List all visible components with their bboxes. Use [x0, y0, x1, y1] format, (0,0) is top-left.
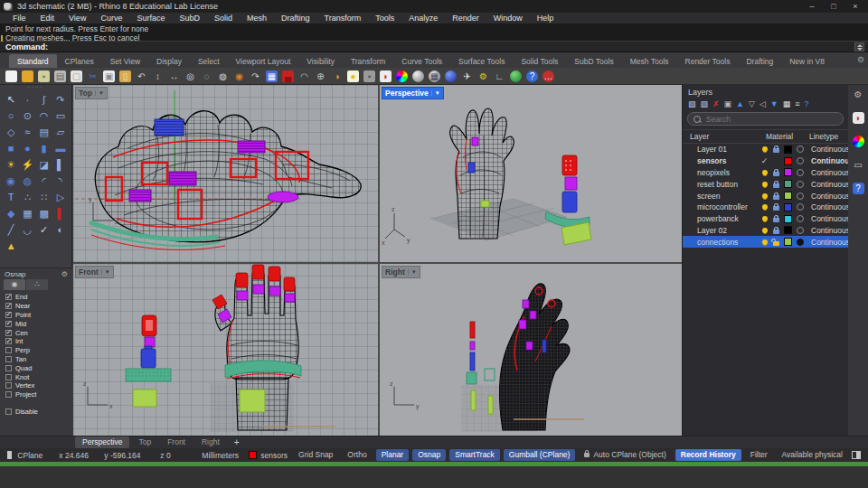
checkbox[interactable] — [5, 382, 12, 389]
top-viewport-canvas[interactable]: yx — [73, 85, 378, 262]
help-icon[interactable]: ? — [526, 70, 538, 82]
layer-visibility-bulb-icon[interactable] — [762, 228, 768, 233]
viewport-right[interactable]: Right▼ — [380, 264, 682, 436]
layer-material-icon[interactable] — [797, 239, 804, 246]
layer-visibility-bulb-icon[interactable] — [762, 182, 768, 187]
print-icon[interactable]: ▤ — [54, 70, 66, 82]
column-material[interactable]: Material — [766, 132, 809, 141]
palette-grip[interactable]: ···· — [0, 85, 71, 91]
command-options-icon[interactable] — [854, 42, 864, 52]
tool-orient[interactable]: ▷ — [52, 190, 69, 205]
tool-circle[interactable]: ○ — [3, 108, 19, 124]
tool-cone[interactable]: ▲ — [3, 239, 19, 254]
earth-icon[interactable] — [510, 70, 522, 82]
right-viewport-canvas[interactable]: zy — [380, 264, 682, 436]
menu-mesh[interactable]: Mesh — [240, 13, 274, 24]
column-linetype[interactable]: Linetype — [809, 132, 848, 141]
osnap-gear-icon[interactable]: ⚙ — [61, 270, 68, 278]
viewport-dropdown-icon[interactable]: ▼ — [431, 90, 440, 96]
layer-visibility-bulb-icon[interactable] — [762, 170, 768, 175]
layer-color-swatch[interactable] — [784, 215, 792, 223]
status-toggle-ortho[interactable]: Ortho — [342, 449, 372, 461]
layer-material-icon[interactable] — [797, 169, 804, 176]
status-toggle-planar[interactable]: Planar — [376, 449, 410, 461]
toolbar-tab-set-view[interactable]: Set View — [102, 54, 148, 68]
delete-layer-icon[interactable]: ✗ — [712, 99, 720, 108]
command-history[interactable]: Point for next radius. Press Enter for n… — [0, 24, 868, 42]
copy-file-icon[interactable]: ▢ — [71, 70, 82, 82]
osnap-option-perp[interactable]: Perp — [0, 346, 72, 355]
units-indicator[interactable]: Millimeters — [202, 451, 249, 460]
move-down-icon[interactable]: ▽ — [749, 99, 755, 108]
checkbox[interactable] — [5, 338, 12, 344]
undo-icon[interactable]: ↶ — [136, 70, 147, 82]
status-toggle-gumball-cplane[interactable]: Gumball (CPlane) — [504, 449, 576, 461]
osnap-option-mid[interactable]: Mid — [0, 319, 72, 328]
menu-surface[interactable]: Surface — [129, 13, 172, 24]
layer-linetype[interactable]: Continuous — [806, 145, 848, 154]
toolbar-tab-viewport-layout[interactable]: Viewport Layout — [228, 54, 299, 68]
layer-material-icon[interactable] — [797, 157, 804, 164]
tool-blend-curve[interactable]: ◝ — [52, 174, 69, 189]
tool-cylinder[interactable]: ▮ — [36, 141, 52, 156]
named-cplane-icon[interactable]: ⊕ — [315, 70, 326, 82]
osnap-option-near[interactable]: Near — [0, 302, 72, 311]
viewport-dropdown-icon[interactable]: ▼ — [101, 269, 110, 275]
save-file-icon[interactable]: ▪ — [38, 70, 50, 82]
layer-visibility-bulb-icon[interactable] — [762, 146, 768, 152]
minimize-button[interactable]: – — [801, 0, 823, 13]
tool-polygon[interactable]: ◇ — [3, 125, 19, 140]
panel-tab-display-icon[interactable] — [853, 136, 864, 147]
tool-shapes[interactable]: ◐ — [52, 222, 69, 238]
box-edit-icon[interactable]: ◗ — [380, 70, 392, 82]
filter-icon[interactable]: ▼ — [770, 99, 778, 108]
perspective-viewport-canvas[interactable]: zxy — [380, 85, 682, 262]
tool-bend[interactable]: ◡ — [19, 222, 35, 238]
hide-objects-icon[interactable]: ◑ — [331, 70, 343, 82]
light-icon[interactable]: ● — [347, 70, 359, 82]
current-layer-chip[interactable]: sensors — [249, 451, 293, 460]
tool-plane[interactable]: ▬ — [52, 141, 69, 156]
gear-options-icon[interactable]: ⚙ — [477, 70, 489, 82]
viewport-tab-top[interactable]: Top — [131, 436, 158, 448]
viewport-dropdown-icon[interactable]: ▼ — [95, 90, 104, 96]
open-file-icon[interactable] — [22, 70, 33, 82]
layer-material-icon[interactable] — [797, 227, 804, 234]
tool-surface-patch[interactable]: ▤ — [36, 125, 52, 140]
viewport-tab-perspective[interactable]: Perspective — [75, 436, 129, 448]
tool-box[interactable]: ■ — [3, 141, 19, 156]
menu-solid[interactable]: Solid — [207, 13, 240, 24]
feedback-icon[interactable]: … — [542, 70, 554, 82]
layer-row-screen[interactable]: screenContinuous — [683, 190, 848, 202]
zoom-window-icon[interactable]: ◌ — [201, 70, 212, 82]
layer-color-swatch[interactable] — [784, 226, 792, 234]
layer-lock-icon[interactable] — [773, 183, 779, 188]
layer-material-icon[interactable] — [797, 215, 804, 222]
panel-tab-help-icon[interactable]: ? — [853, 183, 864, 194]
lock-objects-icon[interactable]: ▪ — [363, 70, 375, 82]
osnap-option-point[interactable]: Point — [0, 311, 72, 320]
layer-color-swatch[interactable] — [784, 203, 792, 211]
menu-view[interactable]: View — [61, 13, 93, 24]
osnap-option-cen[interactable]: Cen — [0, 328, 72, 337]
layers-search[interactable] — [687, 112, 844, 126]
tool-check[interactable]: ✓ — [36, 222, 52, 238]
toolbar-tab-drafting[interactable]: Drafting — [738, 54, 781, 68]
front-viewport-canvas[interactable]: zx — [73, 264, 378, 436]
viewport-layout-icon[interactable]: ▦ — [266, 70, 278, 82]
viewport-top-label[interactable]: Top▼ — [75, 87, 108, 99]
osnap-option-quad[interactable]: Quad — [0, 363, 72, 372]
tool-pipe[interactable]: ▌ — [52, 157, 69, 173]
material-sphere-icon[interactable] — [445, 70, 457, 82]
osnap-option-tan[interactable]: Tan — [0, 355, 72, 364]
toolbar-gear-icon[interactable]: ⚙ — [857, 55, 864, 64]
menu-file[interactable]: File — [5, 13, 33, 24]
add-viewport-tab-button[interactable]: + — [229, 437, 245, 447]
checkbox[interactable] — [5, 374, 12, 380]
tool-boolean-difference[interactable]: ◍ — [19, 174, 35, 189]
menu-transform[interactable]: Transform — [317, 13, 369, 24]
menu-curve[interactable]: Curve — [93, 13, 129, 24]
viewport-dropdown-icon[interactable]: ▼ — [408, 269, 417, 275]
menu-edit[interactable]: Edit — [33, 13, 62, 24]
move-up-icon[interactable]: ▲ — [736, 99, 744, 108]
